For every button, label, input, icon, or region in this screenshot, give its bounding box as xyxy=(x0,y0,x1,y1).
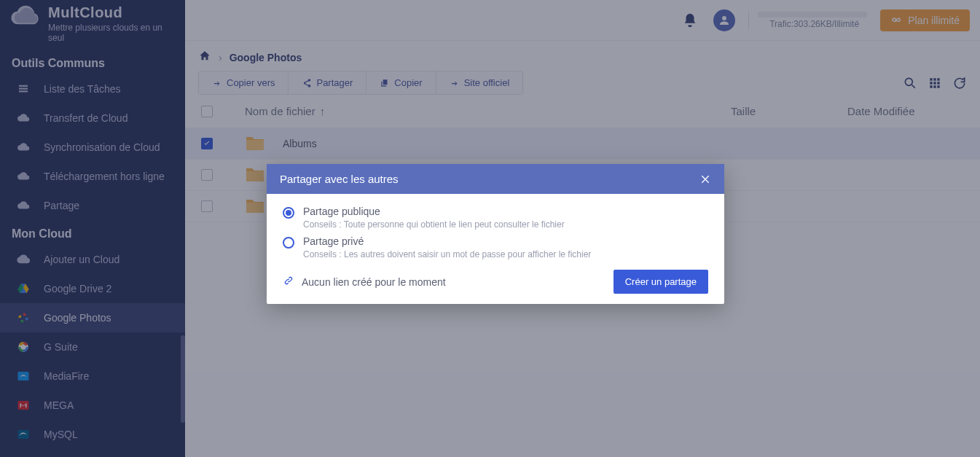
radio-label: Partage publique xyxy=(303,206,565,217)
link-icon xyxy=(283,275,294,289)
radio-tip: Conseils : Les autres doivent saisir un … xyxy=(303,249,591,259)
radio-public[interactable]: Partage publique Conseils : Toute person… xyxy=(283,206,708,230)
radio-input[interactable] xyxy=(283,237,294,249)
modal-header: Partager avec les autres xyxy=(267,164,724,194)
radio-label: Partage privé xyxy=(303,235,591,247)
close-icon[interactable] xyxy=(699,173,711,185)
create-share-button[interactable]: Créer un partage xyxy=(614,270,708,294)
modal-title: Partager avec les autres xyxy=(280,173,399,185)
radio-tip: Conseils : Toute personne qui obtient le… xyxy=(303,219,565,230)
share-modal: Partager avec les autres Partage publiqu… xyxy=(267,164,724,304)
radio-private[interactable]: Partage privé Conseils : Les autres doiv… xyxy=(283,235,708,259)
no-link-text: Aucun lien créé pour le moment xyxy=(302,276,446,288)
radio-input[interactable] xyxy=(283,207,294,219)
